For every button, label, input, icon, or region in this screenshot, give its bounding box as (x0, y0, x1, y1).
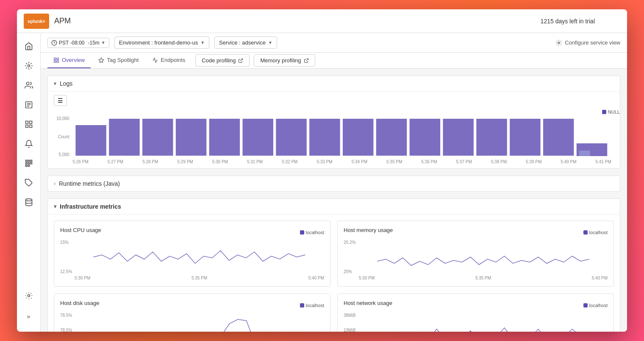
svg-rect-44 (409, 119, 440, 156)
y-axis-labels: 10,000 Count 5,000 (56, 115, 71, 157)
tab-tag-spotlight-label: Tag Spotlight (107, 57, 139, 63)
memory-chart-content: 5:30 PM 5:35 PM 5:40 PM (359, 240, 608, 280)
memory-legend-label: localhost (589, 230, 608, 235)
sidebar-item-users[interactable] (20, 77, 37, 94)
cpu-title: Host CPU usage (60, 227, 101, 233)
bookmark-button[interactable] (617, 20, 620, 23)
tab-code-profiling[interactable]: Code profiling (195, 54, 250, 67)
memory-y-202: 20.2% (344, 240, 355, 245)
memory-y-20: 20% (344, 269, 355, 274)
runtime-chevron: › (54, 181, 56, 187)
tab-memory-profiling-label: Memory profiling (260, 57, 301, 64)
y-label-5000: 5,000 (56, 152, 69, 157)
memory-title: Host memory usage (344, 227, 393, 233)
svg-point-23 (25, 199, 32, 201)
title-bar-right: 1215 days left in trial (541, 18, 620, 25)
disk-chart-inner: 78.5% 78.5% 78.5% (60, 313, 324, 332)
infrastructure-section: ▾ Infrastructure metrics Host CPU usage (47, 198, 620, 332)
cpu-chart-box: Host CPU usage localhost 15% (54, 221, 330, 287)
network-chart-content: 5:30 PM 5:35 PM 5:40 PM (359, 313, 608, 332)
network-chart-box: Host network usage localhost 38MiB (337, 293, 614, 332)
cpu-legend-color (300, 230, 304, 235)
cpu-x-540: 5:40 PM (308, 276, 324, 280)
x-label-528: 5:28 PM (142, 159, 158, 164)
page-content: ▾ Logs ☰ NULL (41, 69, 627, 332)
sidebar-item-data[interactable] (20, 194, 37, 211)
memory-x-labels: 5:30 PM 5:35 PM 5:40 PM (359, 276, 608, 280)
service-selector[interactable]: Service : adservice ▼ (214, 36, 277, 49)
environment-selector[interactable]: Environment : frontend-demo-us ▼ (114, 36, 209, 49)
x-label-531: 5:31 PM (247, 159, 263, 164)
add-button[interactable] (608, 20, 612, 23)
sidebar-item-dashboards[interactable] (20, 116, 37, 133)
disk-y-785b: 78.5% (60, 328, 72, 332)
search-button[interactable] (600, 20, 603, 23)
toolbar: PST -08:00 -15m ▼ Environment : frontend… (41, 33, 627, 53)
title-bar: splunk> APM 1215 days left in trial (17, 9, 627, 33)
svg-rect-13 (25, 125, 28, 128)
tabs-bar: Overview Tag Spotlight Endpoints Code pr… (41, 53, 627, 69)
tab-endpoints-label: Endpoints (161, 57, 185, 63)
svg-rect-42 (343, 119, 373, 156)
log-list-button[interactable]: ☰ (54, 95, 67, 106)
runtime-section-header[interactable]: › Runtime metrics (Java) (47, 176, 620, 192)
svg-rect-47 (510, 119, 540, 156)
bar-chart: 5:26 PM 5:27 PM 5:28 PM 5:29 PM 5:30 PM … (73, 115, 611, 165)
x-label-533: 5:33 PM (316, 159, 332, 164)
sidebar-item-alerts[interactable] (20, 135, 37, 152)
svg-rect-50 (579, 151, 590, 156)
tab-endpoints[interactable]: Endpoints (146, 53, 191, 68)
memory-x-535: 5:35 PM (475, 276, 491, 280)
svg-rect-12 (29, 125, 32, 128)
disk-chart-content: 5:30 PM 5:35 PM 5:40 PM (75, 313, 324, 332)
sidebar: » (17, 33, 41, 332)
x-label-536: 5:36 PM (421, 159, 437, 164)
infra-chevron: ▾ (54, 204, 56, 210)
logs-section-header[interactable]: ▾ Logs (48, 76, 620, 92)
cpu-x-labels: 5:30 PM 5:35 PM 5:40 PM (75, 276, 324, 280)
svg-rect-46 (476, 119, 507, 156)
legend-null-label: NULL (608, 109, 620, 115)
sidebar-item-tagging[interactable] (20, 174, 37, 191)
disk-chart-box: Host disk usage localhost 78.5% (54, 293, 330, 332)
service-label: Service : adservice (219, 39, 266, 46)
cpu-y-labels: 15% 12.5% (60, 240, 72, 274)
svg-rect-16 (31, 160, 32, 162)
x-label-540: 5:40 PM (561, 159, 576, 164)
svg-line-32 (240, 59, 243, 61)
svg-rect-48 (543, 119, 574, 156)
tab-memory-profiling[interactable]: Memory profiling (254, 54, 315, 67)
sidebar-item-logs[interactable] (20, 96, 37, 113)
cpu-x-535: 5:35 PM (192, 276, 207, 280)
memory-chart-inner: 20.2% 20% 5:30 PM (344, 240, 608, 280)
network-title: Host network usage (344, 300, 392, 306)
sidebar-item-apm[interactable] (20, 57, 37, 74)
configure-service-view[interactable]: Configure service view (555, 39, 620, 46)
x-label-530: 5:30 PM (212, 159, 228, 164)
x-label-538: 5:38 PM (491, 159, 507, 164)
network-legend: localhost (583, 303, 608, 308)
legend-null-color (602, 110, 606, 114)
sidebar-collapse-button[interactable]: » (20, 308, 37, 325)
time-range-selector[interactable]: PST -08:00 -15m ▼ (47, 38, 109, 48)
svg-rect-36 (142, 119, 173, 156)
svg-rect-18 (28, 162, 29, 164)
sidebar-item-home[interactable] (20, 38, 37, 55)
memory-chart-box: Host memory usage localhost 20.2% (337, 221, 614, 287)
svg-rect-15 (28, 160, 29, 162)
tab-code-profiling-label: Code profiling (202, 57, 236, 64)
tab-tag-spotlight[interactable]: Tag Spotlight (92, 53, 144, 68)
x-label-529: 5:29 PM (177, 159, 193, 164)
tab-overview[interactable]: Overview (47, 53, 91, 68)
svg-rect-39 (242, 119, 273, 156)
x-label-532: 5:32 PM (282, 159, 297, 164)
cpu-y-125: 12.5% (60, 269, 72, 274)
metrics-grid: Host CPU usage localhost 15% (54, 221, 614, 332)
svg-rect-29 (54, 61, 56, 62)
sidebar-item-grid[interactable] (20, 155, 37, 172)
logs-section: ▾ Logs ☰ NULL (47, 75, 620, 169)
infrastructure-header[interactable]: ▾ Infrastructure metrics (47, 198, 620, 215)
sidebar-item-settings[interactable] (20, 287, 37, 304)
time-range-label: -15m (88, 40, 99, 46)
memory-legend: localhost (583, 230, 608, 235)
